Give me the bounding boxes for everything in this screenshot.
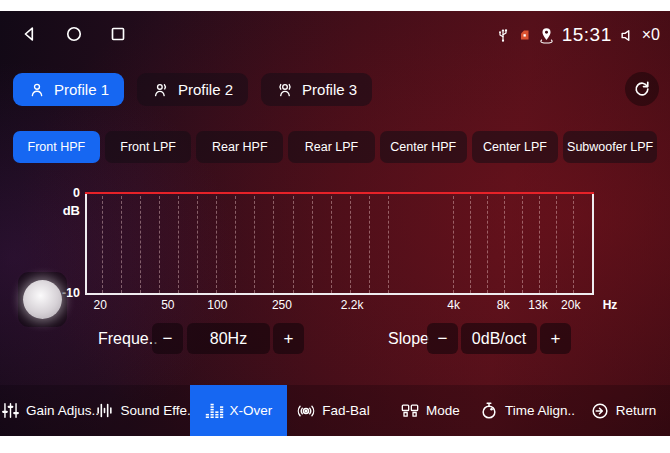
adjust-knob[interactable] (23, 280, 62, 319)
slope-label: Slope (388, 323, 429, 354)
mute-icon (619, 26, 638, 45)
x-tick-label: 4k (447, 298, 460, 312)
slope-minus-button[interactable]: − (427, 323, 458, 354)
person3-icon (276, 81, 294, 99)
gridline (539, 196, 540, 293)
y-axis-unit: dB (54, 203, 80, 218)
filter-tab-label: Rear HPF (212, 140, 268, 154)
gridline (453, 196, 454, 293)
frequency-label: Freque.. (98, 323, 158, 354)
gridline (331, 196, 332, 293)
filter-tab-label: Front LPF (120, 140, 176, 154)
person1-icon (28, 81, 46, 99)
profile-tab-2[interactable]: Profile 2 (137, 73, 248, 106)
bottom-nav: Gain Adjus..Sound Effe..X-OverFad-BalMod… (0, 385, 670, 436)
nav-tab-x-over[interactable]: X-Over (190, 385, 287, 436)
profile-tab-label: Profile 3 (302, 81, 357, 98)
person2-icon (152, 81, 170, 99)
x-axis-labels: 20501002502.2k4k8k13k20kHz (85, 298, 590, 312)
gain-icon (1, 401, 20, 420)
filter-tab-label: Front HPF (28, 140, 86, 154)
adjust-knob-container (18, 272, 67, 327)
back-icon[interactable] (19, 23, 41, 45)
y-axis-max-label: 0 (54, 186, 80, 200)
refresh-icon (632, 79, 652, 99)
filter-tab-subwoofer-lpf[interactable]: Subwoofer LPF (563, 131, 657, 163)
filter-tab-front-lpf[interactable]: Front LPF (105, 131, 192, 163)
nav-tab-label: Return (616, 403, 657, 418)
clock: 15:31 (562, 24, 612, 46)
recents-icon[interactable] (107, 23, 129, 45)
volume-level: ×0 (642, 26, 660, 44)
profile-tab-label: Profile 2 (178, 81, 233, 98)
sd-card-icon (518, 29, 531, 41)
slope-plus-button[interactable]: + (540, 323, 571, 354)
profile-tabs: Profile 1Profile 2Profile 3 (13, 73, 372, 106)
gridline (197, 196, 198, 293)
nav-tab-fad-bal[interactable]: Fad-Bal (290, 385, 376, 436)
filter-tabs: Front HPFFront LPFRear HPFRear LPFCenter… (13, 131, 657, 163)
profile-tab-label: Profile 1 (54, 81, 109, 98)
reset-button[interactable] (625, 72, 659, 106)
x-tick-label: 2.2k (341, 298, 364, 312)
nav-tab-label: Fad-Bal (322, 403, 369, 418)
gridline (293, 196, 294, 293)
location-icon (538, 27, 555, 44)
x-tick-label: 20k (561, 298, 580, 312)
gridline (102, 196, 103, 293)
xover-icon (205, 401, 224, 420)
fadbal-icon (296, 401, 316, 421)
gridline (470, 196, 471, 293)
nav-tab-label: Mode (426, 403, 460, 418)
filter-tab-label: Center LPF (483, 140, 547, 154)
filter-tab-label: Center HPF (390, 140, 456, 154)
home-icon[interactable] (63, 23, 85, 45)
gridline (504, 196, 505, 293)
filter-tab-center-hpf[interactable]: Center HPF (380, 131, 467, 163)
timer-icon (479, 401, 499, 421)
gridline (273, 196, 274, 293)
gridline (159, 196, 160, 293)
frequency-plus-button[interactable]: + (273, 323, 304, 354)
system-nav (19, 23, 129, 45)
x-tick-label: 8k (497, 298, 510, 312)
filter-tab-rear-lpf[interactable]: Rear LPF (288, 131, 375, 163)
nav-tab-label: Sound Effe.. (120, 403, 194, 418)
nav-tab-label: Time Align.. (505, 403, 575, 418)
status-bar: 15:31 ×0 (0, 21, 670, 49)
nav-tab-mode[interactable]: Mode (394, 385, 466, 436)
filter-tab-label: Rear LPF (305, 140, 359, 154)
gridline (573, 196, 574, 293)
eq-icon (95, 401, 114, 420)
filter-tab-label: Subwoofer LPF (567, 140, 653, 154)
nav-tab-sound-effe[interactable]: Sound Effe.. (98, 385, 192, 436)
gridline (216, 196, 217, 293)
mode-icon (400, 401, 420, 421)
x-axis-unit: Hz (603, 298, 618, 312)
nav-tab-time-align[interactable]: Time Align.. (476, 385, 578, 436)
gridline (312, 196, 313, 293)
frequency-response-plot[interactable] (85, 193, 594, 295)
xover-settings-screen: 15:31 ×0 Profile 1Profile 2Profile 3 Fro… (0, 11, 670, 436)
filter-tab-rear-hpf[interactable]: Rear HPF (196, 131, 283, 163)
filter-tab-front-hpf[interactable]: Front HPF (13, 131, 100, 163)
gridline (235, 196, 236, 293)
frequency-value[interactable]: 80Hz (187, 323, 270, 354)
nav-tab-return[interactable]: Return (584, 385, 662, 436)
gridline (178, 196, 179, 293)
gridline (369, 196, 370, 293)
slope-value[interactable]: 0dB/oct (461, 323, 537, 354)
profile-tab-3[interactable]: Profile 3 (261, 73, 372, 106)
filter-tab-center-lpf[interactable]: Center LPF (472, 131, 559, 163)
usb-icon (495, 27, 511, 43)
nav-tab-label: X-Over (230, 403, 273, 418)
gridline (388, 196, 389, 293)
nav-tab-gain-adjus[interactable]: Gain Adjus.. (4, 385, 96, 436)
gridline (121, 196, 122, 293)
profile-tab-1[interactable]: Profile 1 (13, 73, 124, 106)
x-tick-label: 50 (161, 298, 174, 312)
gridline (350, 196, 351, 293)
frequency-minus-button[interactable]: − (152, 323, 183, 354)
x-tick-label: 250 (272, 298, 292, 312)
nav-tab-label: Gain Adjus.. (26, 403, 99, 418)
